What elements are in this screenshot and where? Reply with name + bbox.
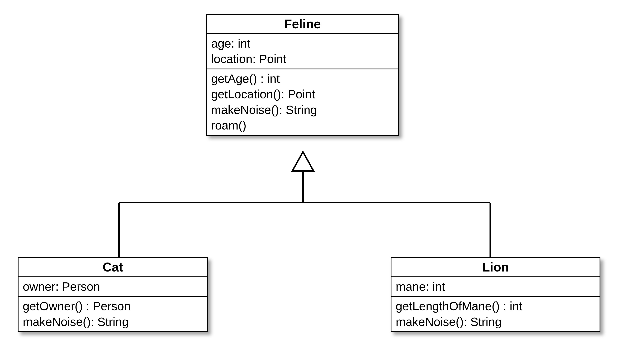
operations-compartment: getAge() : int getLocation(): Point make…: [207, 69, 398, 135]
operation-row: makeNoise(): String: [207, 102, 398, 118]
operations-compartment: getOwner() : Person makeNoise(): String: [19, 296, 207, 331]
attribute-row: owner: Person: [19, 277, 207, 296]
class-box-feline: Feline age: int location: Point getAge()…: [206, 14, 399, 136]
class-box-cat: Cat owner: Person getOwner() : Person ma…: [18, 257, 208, 332]
operations-compartment: getLengthOfMane() : int makeNoise(): Str…: [391, 296, 600, 331]
operation-row: getAge() : int: [207, 69, 398, 86]
operation-row: makeNoise(): String: [391, 314, 600, 331]
operation-row: roam(): [207, 118, 398, 135]
uml-diagram: Feline age: int location: Point getAge()…: [0, 0, 623, 364]
attributes-compartment: age: int location: Point: [207, 33, 398, 69]
attributes-compartment: mane: int: [391, 276, 600, 296]
generalization-arrowhead: [292, 152, 313, 171]
attribute-row: mane: int: [391, 277, 600, 296]
class-name: Lion: [391, 258, 600, 276]
attribute-row: location: Point: [207, 51, 398, 68]
attributes-compartment: owner: Person: [19, 276, 207, 296]
operation-row: getLocation(): Point: [207, 86, 398, 102]
operation-row: makeNoise(): String: [19, 314, 207, 331]
class-box-lion: Lion mane: int getLengthOfMane() : int m…: [391, 257, 601, 332]
operation-row: getOwner() : Person: [19, 297, 207, 314]
operation-row: getLengthOfMane() : int: [391, 297, 600, 314]
class-name: Cat: [19, 258, 207, 276]
class-name: Feline: [207, 15, 398, 33]
attribute-row: age: int: [207, 34, 398, 51]
